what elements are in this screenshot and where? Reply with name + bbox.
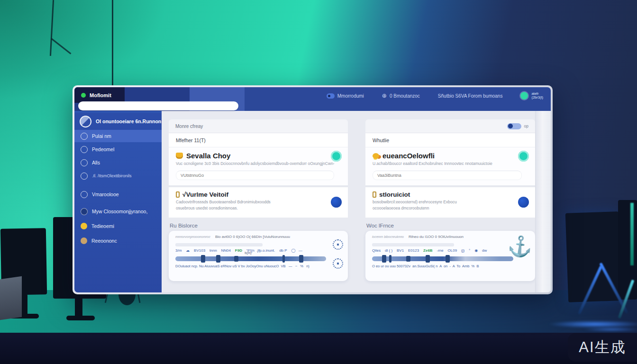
timeline-tokens: 3/m ☁ BV103 tnnn NN04 xyxy=(175,248,235,253)
gear-icon[interactable] xyxy=(333,239,343,250)
timeline-marker-label: b(m) xyxy=(245,251,251,255)
sidebar-item-label: Myw Closoomonjjyranoo, xyxy=(92,209,147,214)
section-label: Ru Bislorce xyxy=(169,223,348,228)
card-title: eueancOelowfli xyxy=(382,152,435,160)
sidebar-header-label: Ol onuntooeiare 6n.Runnon xyxy=(96,118,161,124)
gear-icon[interactable] xyxy=(333,258,343,269)
monitor-base xyxy=(66,316,95,320)
section-label: Woc lFrnce xyxy=(365,223,535,228)
timeline-marker[interactable] xyxy=(201,255,205,263)
timeline-scrubber[interactable] xyxy=(175,256,326,261)
cloud-icon xyxy=(81,159,88,166)
teal-action-button[interactable] xyxy=(518,151,529,162)
timeline-script-text: iocenrn bibocnruknno xyxy=(372,235,404,238)
desk-object xyxy=(0,276,22,320)
blue-action-button[interactable] xyxy=(331,197,342,208)
sidebar-item-8[interactable]: Reeoononc xyxy=(74,235,162,247)
timeline-script-text: mnnorvonpnooonomroc xyxy=(175,235,210,238)
sidebar-item-label: .Il. /ItsmOlexttbironils xyxy=(92,173,132,178)
ai-generated-watermark: AI生成 xyxy=(568,333,637,362)
card-title-row: eueancOelowfli xyxy=(373,152,528,160)
sidebar-item-label: Alls xyxy=(92,160,100,165)
teal-light-strip xyxy=(630,203,634,265)
teal-action-button[interactable] xyxy=(331,151,342,162)
right-card-2: stloruiciot bosobwibrcil:eeoooternd) ere… xyxy=(365,187,535,218)
sidebar-item-7[interactable]: Tedieoemi xyxy=(74,220,162,232)
card-title-row: stloruiciot xyxy=(373,191,528,198)
card-input[interactable] xyxy=(373,171,522,180)
monitor-silhouette-right-2 xyxy=(618,200,637,300)
app-logo-label: Mofiomit xyxy=(90,92,111,98)
sidebar-item-4[interactable]: .Il. /ItsmOlexttbironils xyxy=(74,170,162,182)
timeline-marker[interactable] xyxy=(234,256,238,262)
timeline-tokens: Qiles dl ( ) BV1 E0123 xyxy=(372,248,423,253)
timeline-token-green: Ze6B xyxy=(423,248,433,253)
blue-action-button[interactable] xyxy=(518,197,529,208)
timeline-marker[interactable] xyxy=(446,255,450,263)
status-dot-icon xyxy=(81,93,86,98)
timeline-marker[interactable] xyxy=(382,255,386,263)
desk-glow xyxy=(583,327,637,332)
sidebar-item-1[interactable]: Pulai nm xyxy=(74,130,162,142)
top-nav-item-3[interactable]: Sñutbio S6VA Forom bumoans xyxy=(438,93,503,99)
timeline-bar-wrap xyxy=(372,256,513,261)
top-nav-item-1[interactable]: Mmorrodumi xyxy=(327,93,364,99)
sidebar: Ol onuntooeiare 6n.Runnon Pulai nm Pedeo… xyxy=(74,111,162,292)
timeline-track-faded xyxy=(175,243,263,246)
circle-icon xyxy=(81,146,88,153)
timeline-footer-text: O eo ur ou uuu 500732v an.SuuuGuSl( n A … xyxy=(372,264,513,268)
right-timeline-card: iocenrn bibocnruknno Riheo du I1OO 0 9OI… xyxy=(365,231,535,281)
card-line: ocoooelaoeoea dmcoroobutenn xyxy=(373,206,528,210)
top-nav-item-2[interactable]: ⊕ 0 Bmoutanzoc xyxy=(382,92,420,99)
app-window: Mofiomit Mmorrodumi ⊕ 0 Bmoutanzoc Sñutb… xyxy=(74,87,551,292)
user-name: atefr (2br3(t) xyxy=(531,92,543,100)
card-input[interactable] xyxy=(176,171,334,180)
sidebar-item-2[interactable]: Pedeomel xyxy=(74,143,162,155)
center-panel-tab[interactable]: Monre cfreay xyxy=(169,119,348,133)
timeline-marker[interactable] xyxy=(389,255,391,263)
sidebar-item-label: Pulai nm xyxy=(92,133,111,139)
user-menu[interactable]: atefr (2br3(t) xyxy=(520,92,543,100)
timeline-footer-text: DOuluaot ncp. Nu AiuuvuaS eRNov uS V bv … xyxy=(175,264,326,268)
center-timeline-card: mnnorvonpnooonomroc Bio avt0O 0 6)OO O( … xyxy=(169,231,348,281)
crown-icon xyxy=(176,153,183,159)
top-nav-label: Sñutbio S6VA Forom bumoans xyxy=(438,93,503,99)
timeline-marker[interactable] xyxy=(216,255,220,263)
timeline-marker[interactable] xyxy=(406,256,410,262)
window-right-gutter[interactable] xyxy=(535,111,551,292)
search-input[interactable] xyxy=(78,101,238,110)
timeline-header-row: iocenrn bibocnruknno Riheo du I1OO 0 9OI… xyxy=(372,235,513,239)
monitor-stand xyxy=(75,298,82,318)
avatar xyxy=(520,92,528,100)
anchor-icon: ⚓ xyxy=(506,233,533,259)
top-bar: Mofiomit Mmorrodumi ⊕ 0 Bmoutanzoc Sñutb… xyxy=(74,87,551,111)
timeline-marker[interactable] xyxy=(282,255,285,263)
card-subtitle: U.achab/tbouccr eaaltord Exchobrulnec In… xyxy=(373,161,528,166)
sidebar-item-label: Reeoononc xyxy=(91,238,117,244)
sidebar-item-3[interactable]: Alls xyxy=(74,156,162,169)
timeline-scrubber[interactable] xyxy=(372,256,513,261)
right-panel: op Whutlie eueancOelowfli U.achab/tboucc… xyxy=(365,119,535,281)
center-panel: Monre cfreay Mfefher 11(T) Sevalla Choy … xyxy=(169,119,348,281)
card-title-row: Sevalla Choy xyxy=(176,152,341,160)
toggle-switch[interactable] xyxy=(507,123,521,129)
bell-icon xyxy=(176,191,180,198)
timeline-token-green: F9D xyxy=(235,248,242,253)
user-name-line2: (2br3(t) xyxy=(531,96,543,100)
card-title: Sevalla Choy xyxy=(186,152,230,160)
panel-title: Whutlie xyxy=(373,137,389,143)
timeline-marker[interactable] xyxy=(299,255,303,263)
coins-icon xyxy=(373,153,379,159)
card-line: osuebrous usedst oonsdionisnoas. xyxy=(176,206,341,210)
sidebar-item-6[interactable]: Myw Closoomonjjyranoo, xyxy=(74,205,162,218)
right-panel-tab: op xyxy=(365,119,535,133)
timeline-marker[interactable] xyxy=(426,255,430,263)
timeline-track-faded xyxy=(372,243,454,246)
sidebar-item-5[interactable]: Vmaroolooe xyxy=(74,188,162,200)
sidebar-header[interactable]: Ol onuntooeiare 6n.Runnon xyxy=(74,113,162,130)
watermark-text: AI生成 xyxy=(579,337,626,357)
top-nav-label: Mmorrodumi xyxy=(337,93,364,99)
badge-icon xyxy=(327,93,335,99)
card-title: stloruiciot xyxy=(379,191,410,198)
workspace-avatar xyxy=(80,116,91,127)
